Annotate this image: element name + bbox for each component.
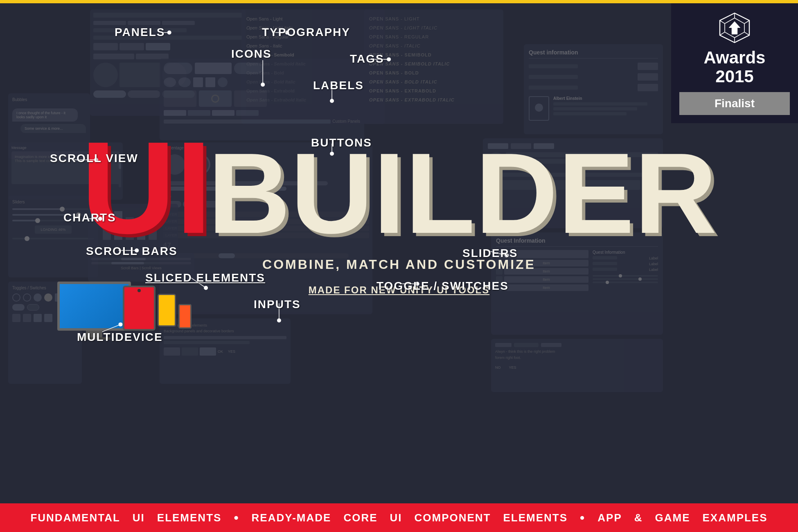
ui-text: UI: [81, 122, 212, 253]
charts-label: CHARTS: [63, 211, 116, 224]
bottom-item-9: APP: [597, 512, 622, 524]
bottom-item-8: ELEMENTS: [503, 512, 568, 524]
hero-wrapper: UIBUILDER COMBINE, MATCH AND CUSTOMIZE M…: [0, 122, 798, 296]
sliders-label: SLIDERS: [462, 247, 518, 260]
main-content: Open Sans - Light Open Sans - Light ital…: [0, 3, 798, 503]
buttons-label: BUTTONS: [311, 136, 372, 149]
tags-label: TAGS: [350, 52, 384, 65]
svg-marker-36: [729, 21, 741, 28]
bottom-item-7: COMPONENT: [415, 512, 491, 524]
bottom-dot-1: •: [234, 510, 239, 525]
scroll-view-label: SCROLL VIEW: [50, 152, 138, 165]
awards-badge: Awards 2015 Finalist: [671, 3, 798, 123]
sliced-elements-label: SLICED ELEMENTS: [145, 271, 265, 284]
finalist-bar: Finalist: [679, 92, 790, 115]
icons-label: ICONS: [231, 47, 272, 61]
svg-line-34: [720, 32, 725, 35]
svg-line-32: [744, 32, 749, 35]
scroll-bars-label: SCROLL BARS: [86, 245, 178, 258]
bottom-dot-2: •: [580, 510, 585, 525]
toggle-switches-label: TOGGLE / SWITCHES: [376, 280, 509, 293]
bottom-item-2: UI: [133, 512, 145, 524]
builder-text: BUILDER: [208, 136, 717, 250]
bottom-item-4: READY-MADE: [252, 512, 331, 524]
bottom-item-6: UI: [390, 512, 402, 524]
multidevice-label: MULTIDEVICE: [77, 331, 163, 344]
bottom-item-12: EXAMPLES: [703, 512, 768, 524]
bottom-item-1: FUNDAMENTAL: [30, 512, 120, 524]
bottom-bar: FUNDAMENTAL UI ELEMENTS • READY-MADE COR…: [0, 503, 798, 532]
labels-label: LABELS: [313, 79, 364, 92]
inputs-label: INPUTS: [254, 298, 301, 311]
typography-label: TYPOGRAPHY: [262, 26, 350, 39]
svg-line-31: [744, 20, 749, 24]
bottom-item-10: &: [634, 512, 643, 524]
bottom-item-11: GAME: [655, 512, 690, 524]
awards-title: Awards 2015: [679, 48, 790, 86]
svg-rect-37: [732, 28, 737, 34]
panels-label: PANELS: [115, 26, 165, 39]
bottom-item-5: CORE: [343, 512, 377, 524]
bottom-item-3: ELEMENTS: [157, 512, 222, 524]
svg-line-35: [720, 20, 725, 24]
unity-logo: [718, 11, 751, 44]
top-accent-bar: [0, 0, 798, 3]
